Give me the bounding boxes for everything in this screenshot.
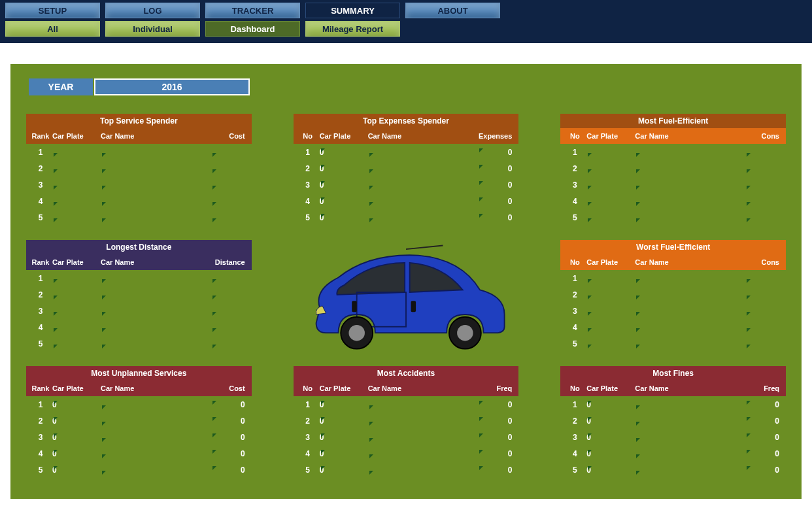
cell: 0 (586, 449, 635, 458)
table-row: 3 (26, 177, 252, 193)
cell: 0 (211, 449, 249, 458)
tab-log[interactable]: LOG (105, 3, 200, 18)
page-content: YEAR 2016 Top Service SpenderRankCar Pla… (0, 43, 812, 508)
svg-point-5 (348, 325, 364, 341)
cell: 1 (29, 148, 52, 157)
panel-title: Longest Distance (26, 240, 252, 254)
column-header: Car Plate (52, 258, 101, 266)
column-header: Car Name (368, 132, 479, 140)
column-header: Rank (29, 132, 52, 140)
column-header: Car Name (101, 384, 211, 392)
panel-title: Top Expenses Spender (294, 114, 519, 128)
cell: 3 (563, 307, 586, 316)
column-header: Car Plate (320, 132, 368, 140)
panel-title: Most Unplanned Services (26, 366, 252, 381)
table-row: 300 (26, 429, 252, 445)
panel-title: Most Fuel-Efficient (560, 114, 786, 128)
cell: 0 (52, 400, 101, 409)
cell: 0 (478, 180, 516, 190)
column-header: Cons (745, 258, 783, 266)
cell: 4 (29, 197, 52, 206)
table-row: 1 (26, 270, 252, 286)
column-header: No (563, 258, 586, 266)
column-header: Car Name (368, 384, 479, 392)
cell: 0 (586, 416, 635, 426)
cell: 0 (745, 449, 783, 458)
column-header: Expenses (478, 132, 516, 140)
tab-tracker[interactable]: TRACKER (205, 3, 300, 18)
cell: 5 (563, 213, 586, 222)
table-row: 400 (560, 445, 786, 462)
tab-setup[interactable]: SETUP (5, 3, 100, 18)
cell: 0 (745, 466, 783, 475)
cell: 4 (563, 323, 586, 332)
cell: 4 (29, 323, 52, 332)
table-row: 100 (294, 396, 519, 413)
table-row: 2 (560, 286, 786, 303)
cell: 4 (29, 449, 52, 458)
cell: 5 (296, 466, 320, 475)
cell: 1 (29, 274, 52, 283)
table-row: 3 (26, 303, 252, 319)
panel-rows: 100200300400500 (560, 396, 786, 478)
cell: 2 (563, 164, 586, 173)
cell: 0 (745, 400, 783, 409)
cell: 5 (296, 213, 320, 222)
cell: 0 (320, 400, 368, 409)
cell: 0 (478, 197, 516, 206)
panel-title: Most Fines (560, 366, 786, 381)
cell: 1 (563, 400, 586, 409)
cell: 1 (563, 148, 586, 157)
cell: 2 (29, 416, 52, 426)
table-row: 1 (560, 270, 786, 286)
cell: 3 (29, 307, 52, 316)
cell: 0 (478, 164, 516, 173)
cell: 0 (478, 466, 516, 475)
table-row: 5 (26, 209, 252, 226)
panel-title: Worst Fuel-Efficient (560, 240, 786, 254)
table-row: 200 (294, 413, 519, 429)
panel-most-unplanned-services: Most Unplanned ServicesRankCar PlateCar … (26, 366, 252, 478)
cell: 0 (586, 433, 635, 442)
cell: 2 (29, 164, 52, 173)
subtab-all[interactable]: All (5, 21, 100, 37)
table-row: 500 (294, 462, 519, 478)
column-header: Freq (745, 384, 783, 392)
subtab-dashboard[interactable]: Dashboard (205, 21, 300, 37)
table-row: 5 (26, 335, 252, 352)
cell: 3 (296, 180, 320, 190)
table-row: 100 (560, 396, 786, 413)
column-header: Cost (211, 132, 249, 140)
tab-about[interactable]: ABOUT (405, 3, 500, 18)
secondary-tabs: AllIndividualDashboardMileage Report (5, 21, 807, 37)
cell: 5 (29, 213, 52, 222)
panel-most-fines: Most FinesNoCar PlateCar NameFreq1002003… (560, 366, 786, 478)
svg-rect-3 (411, 301, 416, 312)
panel-longest-distance: Longest DistanceRankCar PlateCar NameDis… (26, 240, 252, 352)
panel-columns: NoCar PlateCar NameCons (560, 254, 786, 270)
car-illustration (294, 240, 519, 352)
column-header: Car Name (101, 132, 211, 140)
panel-rows: 12345 (560, 144, 786, 226)
cell: 0 (320, 164, 368, 173)
column-header: Car Plate (320, 384, 368, 392)
cell: 0 (211, 466, 249, 475)
tab-summary[interactable]: SUMMARY (305, 3, 400, 18)
year-selector: YEAR 2016 (29, 78, 786, 95)
subtab-mileage-report[interactable]: Mileage Report (305, 21, 400, 37)
column-header: Distance (211, 258, 249, 266)
subtab-individual[interactable]: Individual (105, 21, 200, 37)
column-header: Car Name (101, 258, 211, 266)
table-row: 4 (26, 193, 252, 209)
table-row: 2 (560, 160, 786, 177)
cell: 0 (211, 416, 249, 426)
cell: 0 (478, 449, 516, 458)
column-header: No (296, 384, 320, 392)
cell: 4 (296, 197, 320, 206)
cell: 1 (296, 400, 320, 409)
column-header: Car Plate (52, 132, 101, 140)
table-row: 100 (26, 396, 252, 413)
table-row: 1 (560, 144, 786, 160)
year-label: YEAR (29, 78, 93, 95)
year-value[interactable]: 2016 (94, 78, 250, 95)
